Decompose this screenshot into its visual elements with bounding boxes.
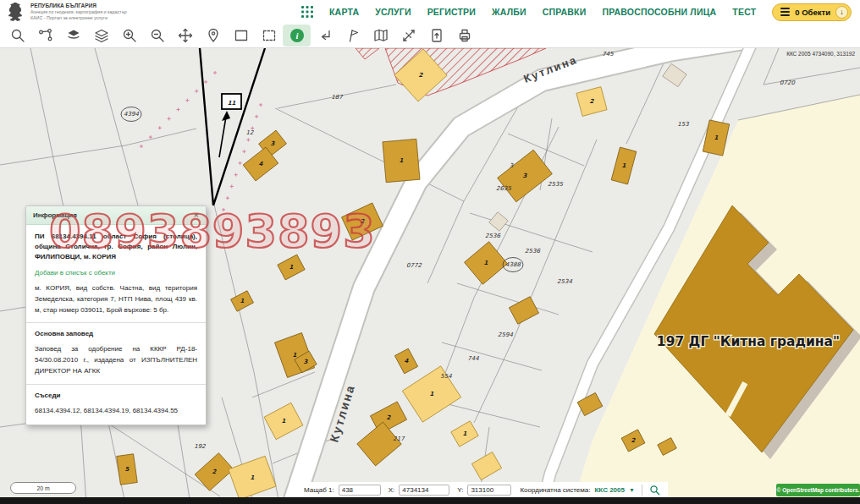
download-arrow-icon[interactable]: ↓: [835, 6, 848, 19]
nav-zhalbi[interactable]: ЖАЛБИ: [492, 7, 526, 17]
parcel-number: 2594: [498, 331, 513, 338]
info-panel-header[interactable]: Информация ×: [26, 206, 206, 225]
pan-icon: [177, 27, 194, 44]
parcel-number: 3: [510, 162, 514, 169]
corner-arrow-tool-button[interactable]: [311, 25, 339, 47]
order-text: Заповед за одобрение на КККР РД-18-54/30…: [35, 344, 197, 376]
export-doc-tool-button[interactable]: [422, 25, 450, 47]
select-rect-dashed-tool-button[interactable]: [255, 25, 283, 47]
parcel-number: 187: [331, 94, 344, 101]
building-number: 1: [293, 352, 297, 359]
x-coordinate-input[interactable]: [399, 485, 449, 496]
scale-bar: 20 m: [10, 482, 76, 494]
parcel-identifier: ПИ 68134.4394.11 област София (столица),…: [35, 232, 197, 262]
nav-uslugi[interactable]: УСЛУГИ: [375, 7, 411, 17]
parcel-number: 0720: [780, 79, 795, 86]
flag-icon: [345, 27, 361, 44]
osm-attribution[interactable]: © OpenStreetMap contributors.: [776, 484, 860, 496]
building-number: 1: [714, 134, 719, 141]
nav-test[interactable]: ТЕСТ: [732, 7, 756, 17]
network-icon: [37, 27, 54, 44]
network-tool-button[interactable]: [31, 25, 59, 47]
zoom-in-tool-button[interactable]: [115, 25, 143, 47]
layers-tool-button[interactable]: [87, 25, 115, 47]
nav-pravosposobni-litsa[interactable]: ПРАВОСПОСОБНИ ЛИЦА: [602, 7, 716, 17]
building-number: 1: [400, 157, 404, 164]
measure-arrows-icon: [400, 27, 417, 44]
building-number: 1: [289, 264, 294, 271]
print-tool-button[interactable]: [450, 25, 478, 47]
bottom-strip: [0, 497, 860, 504]
main-nav: КАРТА УСЛУГИ РЕГИСТРИ ЖАЛБИ СПРАВКИ ПРАВ…: [301, 3, 852, 21]
building-number: 1: [463, 430, 467, 437]
building-number: 1: [251, 474, 255, 481]
building-number: 1: [622, 162, 626, 169]
parcel-number: 2635: [496, 185, 511, 192]
parcel-number: 2535: [548, 181, 563, 188]
neighbors-section-title: Съседи: [35, 392, 197, 399]
zoom-in-icon: [121, 27, 138, 44]
nav-registri[interactable]: РЕГИСТРИ: [427, 7, 476, 17]
location-tool-button[interactable]: [199, 25, 227, 47]
menu-icon: [780, 8, 790, 16]
selected-parcel-marker-label: 11: [228, 100, 236, 107]
chevron-down-icon[interactable]: ▼: [629, 487, 635, 493]
location-pin-icon: [205, 27, 222, 44]
nav-spravki[interactable]: СПРАВКИ: [543, 7, 587, 17]
cursor-coordinates: ККС 2005 4734090, 313192: [786, 51, 855, 57]
scale-label: Мащаб 1:: [304, 486, 334, 494]
zoom-out-tool-button[interactable]: [143, 25, 171, 47]
kindergarten-label: 197 ДГ "Китна градина": [657, 334, 840, 349]
app-header: РЕПУБЛИКА БЪЛГАРИЯ Агенция по геодезия, …: [0, 0, 860, 24]
select-rect-dashed-icon: [261, 27, 278, 44]
info-panel-title: Информация: [33, 211, 77, 219]
objects-count-label: 0 Обекти: [795, 8, 830, 17]
apps-grid-icon[interactable]: [301, 6, 313, 18]
measure-tool-button[interactable]: [394, 25, 422, 47]
zoom-out-icon: [149, 27, 166, 44]
coordinates-search-button[interactable]: [649, 485, 660, 496]
search-tool-button[interactable]: [3, 25, 31, 47]
nav-karta[interactable]: КАРТА: [329, 7, 359, 17]
layers-icon: [93, 27, 110, 44]
building-number: 1: [430, 391, 434, 397]
map-tool-button[interactable]: [367, 25, 394, 47]
scale-input[interactable]: [339, 485, 381, 496]
parcel-number: 745: [602, 51, 614, 58]
agency-subtitle: Агенция по геодезия, картография и кадас…: [30, 9, 127, 15]
parcel-number: 744: [467, 355, 479, 362]
flag-tool-button[interactable]: [339, 25, 367, 47]
select-rect-icon: [233, 27, 250, 44]
base-layers-icon: [65, 27, 82, 44]
corner-arrow-icon: [317, 27, 334, 44]
crs-selector[interactable]: ККС 2005: [594, 486, 624, 494]
parcel-number: 2536: [485, 233, 500, 239]
parcel-number: 554: [440, 373, 452, 380]
republic-title: РЕПУБЛИКА БЪЛГАРИЯ: [30, 3, 127, 9]
pan-tool-button[interactable]: [171, 25, 199, 47]
close-icon[interactable]: ×: [194, 211, 199, 220]
info-tool-button[interactable]: i: [283, 25, 311, 47]
info-icon: i: [289, 27, 306, 44]
print-icon: [456, 27, 473, 44]
objects-button[interactable]: 0 Обекти ↓: [772, 3, 852, 21]
portal-subtitle: КАИС - Портал за електронни услуги: [30, 15, 127, 21]
coat-of-arms-icon: [7, 2, 25, 22]
status-bar: Мащаб 1: X: Y: Координатна система: ККС …: [296, 482, 668, 498]
neighbors-list: 68134.4394.12, 68134.4394.19, 68134.4394…: [35, 406, 197, 417]
add-to-objects-link[interactable]: Добави в списък с обекти: [35, 269, 197, 277]
select-rect-tool-button[interactable]: [227, 25, 255, 47]
x-label: X:: [389, 486, 395, 494]
map-toolbar: i: [0, 24, 860, 48]
info-panel: Информация × ПИ 68134.4394.11 област Соф…: [25, 205, 207, 425]
parcel-description: м. КОРИЯ, вид собств. Частна, вид терито…: [35, 283, 197, 315]
parcel-number: 0772: [406, 262, 422, 269]
agency-logo[interactable]: РЕПУБЛИКА БЪЛГАРИЯ Агенция по геодезия, …: [7, 2, 127, 22]
parcel-number: 192: [194, 443, 206, 450]
base-layers-tool-button[interactable]: [59, 25, 87, 47]
parcel-number: 2536: [525, 248, 540, 255]
order-section-title: Основна заповед: [35, 330, 197, 337]
search-icon: [9, 27, 26, 44]
export-doc-icon: [428, 27, 445, 44]
y-coordinate-input[interactable]: [467, 485, 511, 496]
